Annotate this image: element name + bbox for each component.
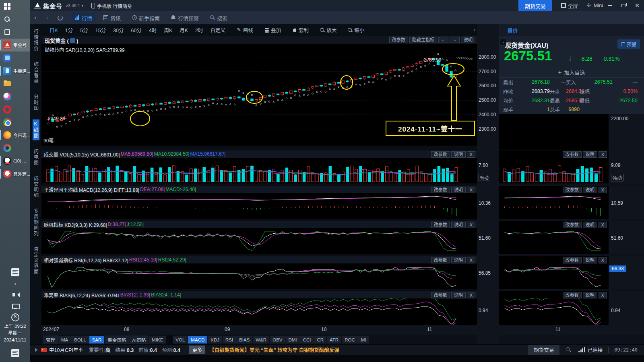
app-chrome[interactable] — [0, 116, 30, 129]
mini-panel-vol[interactable]: 改参数说明X — [499, 150, 609, 183]
nav-新手指南[interactable]: 新手指南 — [128, 12, 164, 23]
mini-kdj-plot[interactable] — [499, 228, 609, 254]
mini-bias-btn-X[interactable]: X — [599, 292, 607, 298]
period-1分[interactable]: 1分 — [62, 25, 76, 35]
news-widget[interactable] — [0, 267, 30, 278]
app-version[interactable]: v3.49.1 — [66, 3, 80, 8]
indicator-tab-W&R[interactable]: W&R — [253, 336, 270, 343]
vol-plot[interactable] — [41, 158, 477, 183]
app-explorer[interactable] — [0, 77, 30, 90]
indicator-tab-KDJ[interactable]: KDJ — [208, 336, 223, 343]
app-qq[interactable]: (10) ... — [0, 154, 30, 167]
panel-vol[interactable]: 成交量 VOL(5,10,15) VOL:6801.00| MA5:80569.… — [41, 150, 477, 183]
news-ticker[interactable]: 【白银期货新闻】美元 “失血” 转攻为守 白银期货酝酿反弹 — [209, 346, 528, 354]
overlay-tab-BOLL[interactable]: BOLL — [71, 336, 89, 343]
indicator-tab-BIAS[interactable]: BIAS — [236, 336, 253, 343]
indicator-tab-OBV[interactable]: OBV — [270, 336, 285, 343]
panel-macd-btn-说明[interactable]: 说明 — [451, 187, 466, 193]
sidetab-分时图[interactable]: 分时图 — [33, 93, 39, 113]
mini-kdj-btn-说明[interactable]: 说明 — [583, 222, 597, 228]
mini-bias-btn-改参数[interactable]: 改参数 — [563, 292, 582, 298]
indicator-tab-CR[interactable]: CR — [314, 336, 327, 343]
overlay-tab-AI策略[interactable]: AI策略 — [129, 335, 149, 344]
sidetab-自定义界面[interactable]: 自定义界面 — [33, 245, 39, 276]
mini-vol-btn-改参数[interactable]: 改参数 — [563, 151, 582, 158]
ticker-play-icon[interactable] — [35, 348, 38, 352]
sidetab-综合看盘[interactable]: 综合看盘 — [33, 60, 39, 86]
period-自定义[interactable]: 自定义 — [207, 25, 229, 35]
period-2时[interactable]: 2时 — [192, 25, 206, 35]
mini-macd-plot[interactable] — [499, 193, 609, 219]
mainchart-btn-→[interactable]: → — [450, 37, 460, 43]
mini-panel-macd[interactable]: 改参数说明X — [499, 186, 609, 219]
tool-画线[interactable]: 画线 — [233, 25, 256, 35]
mini-macd-btn-改参数[interactable]: 改参数 — [563, 187, 582, 193]
task-view[interactable] — [0, 26, 30, 39]
tool-套利[interactable]: 套利 — [289, 25, 312, 35]
statusbar-search-icon[interactable] — [566, 347, 571, 352]
period-周K[interactable]: 周K — [161, 25, 175, 35]
overlay-tab-集金策略[interactable]: 集金策略 — [105, 335, 129, 344]
mainchart-btn-隐藏主指标[interactable]: 隐藏主指标 — [409, 37, 437, 43]
mini-rsi-plot[interactable] — [499, 263, 609, 289]
hidden-icons-chevron[interactable]: › — [0, 278, 30, 289]
app-swirl[interactable] — [0, 142, 30, 154]
mini-bias-plot[interactable] — [499, 298, 609, 325]
minimize-button[interactable] — [603, 0, 617, 11]
tool-放大[interactable]: 放大 — [317, 25, 340, 35]
kdj-plot[interactable] — [41, 228, 477, 254]
app-tim[interactable]: 意外穿... — [0, 167, 30, 180]
mini-rsi-btn-说明[interactable]: 说明 — [583, 257, 597, 263]
sidetab-行情报价[interactable]: 行情报价 — [33, 27, 39, 53]
indicator-tab-DMI[interactable]: DMI — [285, 336, 300, 343]
tool-叠加[interactable]: 叠加 — [261, 25, 284, 35]
futures-trade-button[interactable]: 期货交易 — [518, 0, 552, 11]
mini-rsi-btn-改参数[interactable]: 改参数 — [563, 257, 582, 263]
start-button[interactable] — [0, 0, 30, 13]
indicator-tab-RSI[interactable]: RSI — [223, 336, 236, 343]
mini-panel-kdj[interactable]: 改参数说明X — [499, 221, 609, 254]
overlay-tab-管理[interactable]: 管理 — [43, 335, 58, 344]
mini-vol-plot[interactable] — [499, 158, 609, 183]
nav-行情预警[interactable]: 行情预警 — [167, 12, 203, 23]
sidetab-成交明细[interactable]: 成交明细 — [33, 174, 39, 200]
close-session-icon[interactable] — [0, 312, 30, 323]
mini-macd-btn-X[interactable]: X — [599, 187, 607, 193]
volume-icon[interactable] — [0, 289, 30, 300]
panel-kdj-btn-X[interactable]: X — [467, 222, 475, 228]
app-phone-link[interactable]: 手機連... — [0, 64, 30, 77]
panel-kdj-btn-说明[interactable]: 说明 — [451, 222, 466, 228]
mainchart-btn-说明[interactable]: 说明 — [461, 37, 475, 43]
mobile-version-label[interactable]: 手机版 行情随身 — [97, 2, 132, 9]
panel-vol-btn-说明[interactable]: 说明 — [451, 151, 466, 158]
mini-rsi-btn-X[interactable]: X — [599, 257, 607, 263]
nav-搜索[interactable]: 搜索 — [206, 12, 231, 23]
overlay-tab-MIKE[interactable]: MIKE — [149, 336, 166, 343]
mini-kdj-btn-改参数[interactable]: 改参数 — [563, 222, 582, 228]
panel-rsi-btn-X[interactable]: X — [467, 257, 475, 263]
indicator-tab-ROC[interactable]: ROC — [342, 336, 358, 343]
bias-plot[interactable] — [41, 298, 477, 325]
app-opera[interactable] — [0, 103, 30, 116]
mini-vol-btn-X[interactable]: X — [599, 151, 607, 158]
taskbar-clock[interactable]: 上午 09:22星期一2024/11/11 — [0, 323, 30, 343]
back-button[interactable]: ‹ — [30, 14, 41, 22]
main-candle-panel[interactable]: 现货黄金 () 改参数隐藏主指标←→说明 抛物转向 SAR(10,2,20) S… — [41, 36, 477, 146]
panel-macd-btn-X[interactable]: X — [467, 187, 475, 193]
taskbar-search[interactable] — [0, 13, 30, 26]
app-firefox[interactable]: 今日现... — [0, 129, 30, 142]
mini-panel-rsi[interactable]: 改参数说明X — [499, 256, 609, 289]
mini-main-chart[interactable] — [499, 114, 609, 150]
overlay-tab-SAR[interactable]: SAR — [89, 336, 105, 343]
notification-center-button[interactable] — [0, 347, 30, 360]
mainchart-btn-←[interactable]: ← — [438, 37, 448, 43]
quote-tab[interactable]: 报价 — [507, 26, 518, 37]
period-15分[interactable]: 15分 — [92, 25, 109, 35]
close-button[interactable]: ✕ — [630, 0, 644, 11]
indicator-tab-MI[interactable]: MI — [358, 336, 369, 343]
macd-plot[interactable] — [41, 193, 477, 219]
mainchart-btn-改参数[interactable]: 改参数 — [389, 37, 408, 43]
tool-缩小[interactable]: 缩小 — [345, 25, 367, 35]
period-5分[interactable]: 5分 — [77, 25, 91, 35]
panel-rsi-btn-说明[interactable]: 说明 — [451, 257, 466, 263]
